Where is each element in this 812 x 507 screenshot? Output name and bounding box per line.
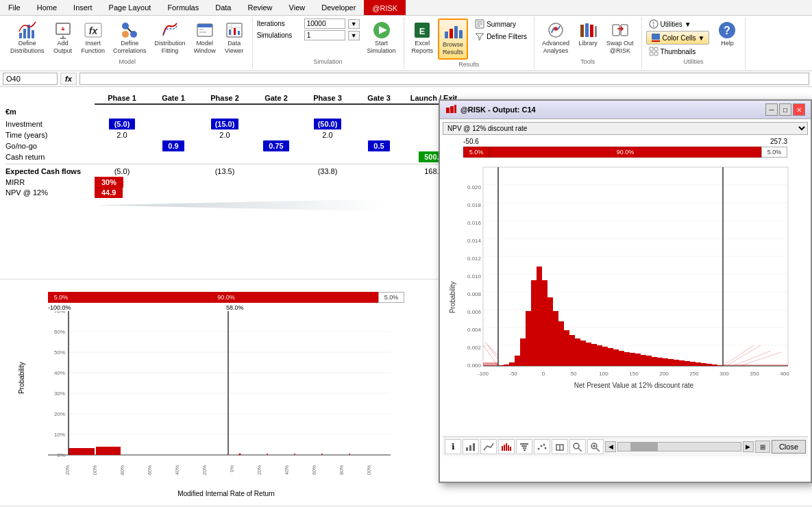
svg-point-199 xyxy=(574,443,579,449)
ribbon-group-results: E ExcelReports BrowseResults Summary xyxy=(404,17,534,69)
tab-risk[interactable]: @RISK xyxy=(364,0,406,15)
svg-text:-120%: -120% xyxy=(65,465,70,475)
define-filters-button[interactable]: Define Filters xyxy=(472,31,530,42)
iterations-row: Iterations ▼ xyxy=(257,18,360,29)
simulations-input[interactable] xyxy=(304,30,345,40)
excel-reports-button[interactable]: E ExcelReports xyxy=(408,18,437,57)
summary-button[interactable]: Summary xyxy=(472,18,530,29)
main-content: Phase 1 Gate 1 Phase 2 Gate 2 Phase 3 Ga… xyxy=(0,87,812,505)
col-phase3: Phase 3 xyxy=(300,94,355,105)
popup-output-dropdown[interactable]: NPV @ 12% discount rate xyxy=(443,122,808,135)
swap-out-icon xyxy=(611,21,630,40)
define-correlations-button[interactable]: DefineCorrelations xyxy=(110,18,150,57)
simulations-dropdown[interactable]: ▼ xyxy=(348,31,360,40)
svg-rect-136 xyxy=(580,341,586,366)
color-cells-button[interactable]: Color Cells ▼ xyxy=(646,31,710,45)
svg-rect-131 xyxy=(553,311,558,366)
gonogo-gate3: 0.5 xyxy=(355,142,403,150)
svg-rect-15 xyxy=(199,32,206,33)
popup-tool-zoom-in[interactable] xyxy=(587,439,604,454)
fx-button[interactable]: fx xyxy=(60,73,77,85)
model-window-label: ModelWindow xyxy=(194,40,216,55)
swap-out-button[interactable]: Swap Out@RISK xyxy=(603,18,637,57)
svg-text:+: + xyxy=(61,25,65,33)
model-window-icon xyxy=(195,21,214,40)
library-button[interactable]: Library xyxy=(574,18,602,49)
utilities-menu-button[interactable]: Utilities ▼ xyxy=(646,18,710,29)
popup-minimize-button[interactable]: ─ xyxy=(765,103,778,116)
start-simulation-button[interactable]: StartSimulation xyxy=(364,18,399,57)
svg-text:-50: -50 xyxy=(509,371,517,377)
tab-view[interactable]: View xyxy=(281,0,314,15)
tab-file[interactable]: File xyxy=(0,0,29,15)
svg-rect-124 xyxy=(515,356,520,366)
popup-tool-zoom[interactable] xyxy=(569,439,586,454)
svg-text:100: 100 xyxy=(599,371,608,377)
popup-tool-scatter[interactable] xyxy=(534,439,550,454)
svg-rect-1 xyxy=(23,29,26,38)
browse-results-button[interactable]: BrowseResults xyxy=(438,18,468,60)
svg-rect-184 xyxy=(502,446,503,451)
tab-insert[interactable]: Insert xyxy=(65,0,101,15)
advanced-analyses-button[interactable]: AdvancedAnalyses xyxy=(539,18,573,57)
tab-review[interactable]: Review xyxy=(239,0,280,15)
tab-page-layout[interactable]: Page Layout xyxy=(101,0,160,15)
tab-data[interactable]: Data xyxy=(207,0,239,15)
distribution-fitting-button[interactable]: DistributionFitting xyxy=(151,18,189,57)
help-icon: ? xyxy=(717,21,737,40)
insert-function-button[interactable]: fx InsertFunction xyxy=(78,18,109,57)
popup-scroll-right[interactable]: ▶ xyxy=(743,441,754,452)
svg-rect-152 xyxy=(668,359,674,366)
results-buttons: E ExcelReports BrowseResults Summary xyxy=(408,18,530,60)
popup-scroll-left[interactable]: ◀ xyxy=(605,441,616,452)
popup-controls: ─ □ ✕ xyxy=(765,103,805,116)
popup-fit-view[interactable]: ⊞ xyxy=(755,441,770,453)
svg-rect-147 xyxy=(641,355,646,366)
model-window-button[interactable]: ModelWindow xyxy=(190,18,219,57)
popup-close-bottom-button[interactable]: Close xyxy=(772,440,806,454)
svg-rect-36 xyxy=(580,25,584,37)
mirr-chart: Probability 5.0% 90.0% 5.0% -100.0% 58.0… xyxy=(34,285,404,497)
svg-text:0.018: 0.018 xyxy=(467,202,482,208)
svg-text:70%: 70% xyxy=(54,311,65,314)
popup-tool-histogram2[interactable] xyxy=(498,439,515,454)
thumbnails-button[interactable]: Thumbnails xyxy=(646,46,710,57)
popup-tool-line-chart[interactable] xyxy=(480,439,497,454)
iterations-dropdown[interactable]: ▼ xyxy=(348,19,360,29)
svg-rect-144 xyxy=(624,352,630,366)
svg-rect-13 xyxy=(197,24,212,27)
iterations-input[interactable] xyxy=(304,18,345,29)
npv-value: 44.9 xyxy=(95,188,123,197)
popup-maximize-button[interactable]: □ xyxy=(779,103,791,116)
name-box[interactable] xyxy=(3,73,58,85)
svg-text:-100%: -100% xyxy=(93,465,97,475)
svg-text:10%: 10% xyxy=(54,432,65,438)
svg-line-10 xyxy=(127,28,132,32)
distribution-fitting-label: DistributionFitting xyxy=(155,40,186,55)
utilities-buttons: Utilities ▼ Color Cells ▼ Thumbnails xyxy=(646,18,741,57)
tab-developer[interactable]: Developer xyxy=(313,0,364,15)
popup-tool-tornado[interactable] xyxy=(516,439,532,454)
popup-tool-bar-chart[interactable] xyxy=(463,439,479,454)
help-button[interactable]: ? Help xyxy=(713,18,741,49)
svg-rect-155 xyxy=(685,361,690,366)
svg-text:?: ? xyxy=(724,25,731,36)
svg-rect-48 xyxy=(650,52,653,55)
tab-home[interactable]: Home xyxy=(29,0,65,15)
popup-tool-box[interactable] xyxy=(552,439,568,454)
define-distributions-button[interactable]: DefineDistributions xyxy=(7,18,48,57)
popup-tool-info[interactable]: ℹ xyxy=(445,439,461,454)
data-viewer-button[interactable]: DataViewer xyxy=(221,18,248,57)
formula-input[interactable] xyxy=(79,73,809,85)
popup-close-button[interactable]: ✕ xyxy=(793,103,805,116)
tornado-shape xyxy=(95,199,382,212)
popup-scroll-thumb[interactable] xyxy=(630,443,658,451)
svg-text:100%: 100% xyxy=(367,465,371,475)
ribbon: File Home Insert Page Layout Formulas Da… xyxy=(0,0,812,71)
simulation-buttons: Iterations ▼ Simulations ▼ StartSimulati… xyxy=(257,18,399,57)
popup-scrollbar[interactable] xyxy=(617,442,741,452)
svg-point-43 xyxy=(653,25,654,27)
svg-rect-20 xyxy=(234,28,236,35)
tab-formulas[interactable]: Formulas xyxy=(159,0,207,15)
add-output-button[interactable]: + AddOutput xyxy=(49,18,77,57)
